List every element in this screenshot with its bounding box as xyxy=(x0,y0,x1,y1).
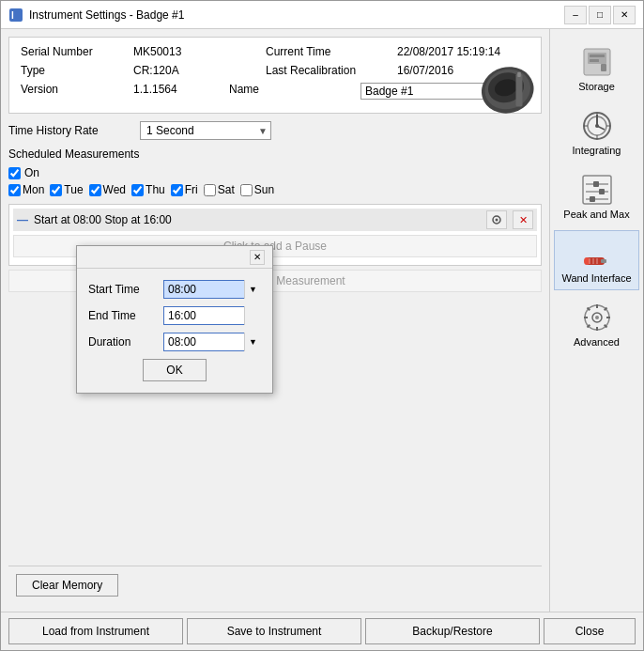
svg-rect-13 xyxy=(590,54,605,57)
modal-end-row: End Time xyxy=(88,306,261,325)
maximize-button[interactable]: □ xyxy=(589,6,611,24)
version-row: Version 1.1.1564 Name xyxy=(21,83,529,100)
svg-rect-14 xyxy=(590,59,599,62)
on-label: On xyxy=(24,166,39,179)
modal-end-picker-button[interactable] xyxy=(244,306,261,325)
modal-end-label: End Time xyxy=(88,309,163,322)
thu-label: Thu xyxy=(146,183,165,196)
name-label: Name xyxy=(229,83,360,100)
settings-icon xyxy=(491,214,502,225)
sat-day: Sat xyxy=(204,183,235,196)
schedule-dash-icon: — xyxy=(17,213,28,226)
save-to-instrument-button[interactable]: Save to Instrument xyxy=(187,618,361,644)
modal-end-input-wrap xyxy=(163,306,261,325)
close-button[interactable]: Close xyxy=(544,618,636,644)
sat-checkbox[interactable] xyxy=(204,184,216,196)
schedule-entry-row: — Start at 08:00 Stop at 16:00 ✕ xyxy=(13,209,537,231)
svg-point-33 xyxy=(584,257,590,265)
fri-label: Fri xyxy=(185,183,198,196)
modal-start-picker-button[interactable]: ▼ xyxy=(244,280,261,299)
mon-label: Mon xyxy=(23,183,44,196)
sat-label: Sat xyxy=(218,183,235,196)
advanced-icon xyxy=(580,301,614,334)
time-history-row: Time History Rate 1 Second 5 Seconds 10 … xyxy=(8,121,542,140)
wand-interface-icon xyxy=(580,237,614,271)
storage-label: Storage xyxy=(578,81,615,92)
wed-checkbox[interactable] xyxy=(89,184,101,196)
sidebar-item-integrating[interactable]: Integrating xyxy=(554,102,639,163)
modal-start-input-wrap: ▼ xyxy=(163,280,261,299)
modal-duration-input-wrap: ▼ xyxy=(163,333,261,351)
backup-restore-button[interactable]: Backup/Restore xyxy=(365,618,540,644)
svg-point-3 xyxy=(496,219,498,222)
schedule-delete-button[interactable]: ✕ xyxy=(513,210,533,229)
integrating-icon xyxy=(580,109,614,143)
serial-label: Serial Number xyxy=(21,45,133,58)
time-history-dropdown-wrapper: 1 Second 5 Seconds 10 Seconds 30 Seconds… xyxy=(140,121,271,140)
advanced-label: Advanced xyxy=(574,336,620,348)
svg-rect-8 xyxy=(516,73,523,106)
time-history-label: Time History Rate xyxy=(8,124,140,137)
scheduled-title: Scheduled Measurements xyxy=(8,147,542,161)
sidebar-item-peak-max[interactable]: Peak and Max xyxy=(554,166,639,226)
modal-ok-button[interactable]: OK xyxy=(143,359,206,381)
load-from-instrument-button[interactable]: Load from Instrument xyxy=(8,618,183,644)
main-content: Serial Number MK50013 Current Time 22/08… xyxy=(1,29,643,612)
device-image xyxy=(473,61,539,132)
device-image-container xyxy=(473,61,544,141)
mon-day: Mon xyxy=(8,183,44,196)
sun-checkbox[interactable] xyxy=(240,184,253,196)
mon-checkbox[interactable] xyxy=(8,184,21,196)
sidebar-item-advanced[interactable]: Advanced xyxy=(554,294,639,354)
type-row: Type CR:120A Last Recalibration 16/07/20… xyxy=(21,64,529,77)
version-value: 1.1.1564 xyxy=(133,83,229,100)
time-settings-modal: ✕ Start Time ▼ End Time xyxy=(76,245,273,394)
main-window: I Instrument Settings - Badge #1 – □ ✕ S… xyxy=(0,0,644,651)
thu-day: Thu xyxy=(131,183,165,196)
close-window-button[interactable]: ✕ xyxy=(613,6,636,24)
peak-max-icon xyxy=(580,173,614,207)
app-icon: I xyxy=(8,8,23,23)
minimize-button[interactable]: – xyxy=(564,6,587,24)
integrating-label: Integrating xyxy=(573,145,621,156)
storage-icon xyxy=(580,45,614,79)
modal-duration-row: Duration ▼ xyxy=(88,333,261,351)
sun-label: Sun xyxy=(254,183,274,196)
type-value: CR:120A xyxy=(133,64,266,77)
current-time-label: Current Time xyxy=(266,45,397,58)
info-section: Serial Number MK50013 Current Time 22/08… xyxy=(8,37,542,114)
right-sidebar: Storage Integrating xyxy=(549,29,643,612)
last-recal-label: Last Recalibration xyxy=(266,64,397,77)
modal-start-label: Start Time xyxy=(88,283,163,296)
modal-duration-label: Duration xyxy=(88,335,163,349)
modal-close-button[interactable]: ✕ xyxy=(250,250,265,265)
time-history-dropdown[interactable]: 1 Second 5 Seconds 10 Seconds 30 Seconds… xyxy=(140,121,271,140)
svg-rect-26 xyxy=(593,181,599,187)
svg-point-47 xyxy=(595,316,599,319)
thu-checkbox[interactable] xyxy=(131,184,144,196)
type-label: Type xyxy=(21,64,133,77)
modal-title-bar: ✕ xyxy=(77,246,272,269)
svg-rect-30 xyxy=(590,196,595,202)
tue-checkbox[interactable] xyxy=(50,184,62,196)
svg-rect-11 xyxy=(588,53,606,64)
schedule-settings-button[interactable] xyxy=(486,210,507,229)
clear-memory-button[interactable]: Clear Memory xyxy=(16,574,118,597)
fri-checkbox[interactable] xyxy=(171,184,183,196)
svg-rect-9 xyxy=(517,72,521,77)
schedule-entry-text: Start at 08:00 Stop at 16:00 xyxy=(34,213,481,226)
footer-bar: Load from Instrument Save to Instrument … xyxy=(1,612,643,650)
svg-rect-28 xyxy=(599,189,605,194)
svg-point-19 xyxy=(595,124,599,128)
modal-duration-picker-button[interactable]: ▼ xyxy=(244,333,261,351)
version-label: Version xyxy=(21,83,133,100)
tue-label: Tue xyxy=(64,183,83,196)
svg-rect-32 xyxy=(601,259,606,263)
on-checkbox-row: On xyxy=(8,166,542,179)
wed-day: Wed xyxy=(89,183,126,196)
sidebar-item-storage[interactable]: Storage xyxy=(554,39,639,99)
title-bar: I Instrument Settings - Badge #1 – □ ✕ xyxy=(1,1,643,29)
serial-row: Serial Number MK50013 Current Time 22/08… xyxy=(21,45,529,58)
sidebar-item-wand[interactable]: Wand Interface xyxy=(554,230,639,290)
on-checkbox[interactable] xyxy=(8,167,21,179)
